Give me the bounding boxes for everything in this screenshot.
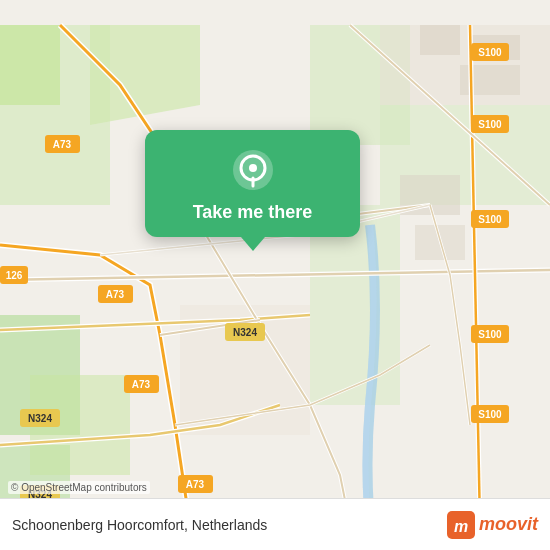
navigation-popup[interactable]: Take me there xyxy=(145,130,360,237)
svg-rect-2 xyxy=(0,25,60,105)
svg-text:126: 126 xyxy=(6,270,23,281)
svg-text:A73: A73 xyxy=(132,379,151,390)
map-container: A73 A73 A73 A73 A73 N324 N324 N324 S100 … xyxy=(0,0,550,550)
svg-text:S100: S100 xyxy=(478,214,502,225)
moovit-logo: m moovit xyxy=(447,511,538,539)
location-name-label: Schoonenberg Hoorcomfort, Netherlands xyxy=(12,517,267,533)
svg-text:N324: N324 xyxy=(233,327,257,338)
svg-text:A73: A73 xyxy=(186,479,205,490)
svg-text:A73: A73 xyxy=(106,289,125,300)
svg-text:A73: A73 xyxy=(53,139,72,150)
svg-point-47 xyxy=(249,164,257,172)
svg-text:S100: S100 xyxy=(478,409,502,420)
svg-text:S100: S100 xyxy=(478,119,502,130)
moovit-logo-text: moovit xyxy=(479,514,538,535)
take-me-there-label[interactable]: Take me there xyxy=(193,202,313,223)
svg-text:N324: N324 xyxy=(28,413,52,424)
svg-text:S100: S100 xyxy=(478,47,502,58)
attribution-text: © OpenStreetMap contributors xyxy=(11,482,147,493)
location-pin-icon xyxy=(231,148,275,192)
bottom-info-bar: Schoonenberg Hoorcomfort, Netherlands m … xyxy=(0,498,550,550)
map-background: A73 A73 A73 A73 A73 N324 N324 N324 S100 … xyxy=(0,0,550,550)
map-attribution: © OpenStreetMap contributors xyxy=(8,481,150,494)
svg-text:m: m xyxy=(454,518,468,535)
svg-text:S100: S100 xyxy=(478,329,502,340)
svg-rect-12 xyxy=(420,25,460,55)
moovit-m-icon: m xyxy=(447,511,475,539)
